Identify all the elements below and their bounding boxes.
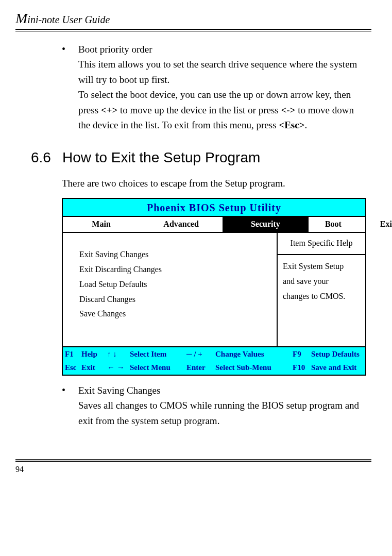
bios-tab-main[interactable]: Main: [63, 217, 140, 232]
bullet-title: Boot priority order: [78, 42, 366, 57]
rule-thin: [15, 459, 371, 460]
bios-body: Exit Saving Changes Exit Discarding Chan…: [63, 233, 365, 347]
bios-menu-item[interactable]: Discard Changes: [79, 292, 271, 307]
key-plus: <+>: [101, 105, 117, 115]
bios-menu-item[interactable]: Load Setup Defaults: [79, 277, 271, 292]
bullet-paragraph: This item allows you to set the search d…: [78, 57, 366, 87]
bios-menu-item[interactable]: Exit Saving Changes: [79, 247, 271, 262]
bullet-paragraph: To select the boot device, you can use t…: [78, 87, 366, 132]
footer-label: Select Sub-Menu: [215, 362, 293, 374]
running-head-text: ini-note User Guide: [27, 14, 110, 25]
footer-label: Exit: [81, 362, 107, 374]
footer-label: Select Menu: [130, 362, 186, 374]
key-minus: <->: [281, 105, 295, 115]
bullet-body: Boot priority order This item allows you…: [78, 42, 366, 133]
bios-tab-boot[interactable]: Boot: [309, 217, 358, 232]
bios-footer-row: F1 Help ↑ ↓ Select Item ─ / + Change Val…: [63, 347, 365, 360]
bios-menu-item[interactable]: Save Changes: [79, 307, 271, 322]
footer-key: ← →: [107, 362, 130, 374]
rule-thin: [15, 31, 371, 31]
bullet-item: • Exit Saving Changes Saves all changes …: [62, 383, 366, 428]
bios-help-body: Exit System Setup and save your changes …: [278, 255, 365, 308]
footer-key: F9: [293, 348, 311, 360]
bullet-dot: •: [62, 383, 69, 428]
footer-key: Enter: [186, 362, 215, 374]
footer-label: Change Values: [215, 348, 293, 360]
page-number: 94: [15, 462, 371, 474]
section-title: How to Exit the Setup Program: [62, 146, 260, 169]
bullet-paragraph: Saves all changes to CMOS while running …: [78, 398, 366, 428]
footer-key: ↑ ↓: [107, 348, 130, 360]
bios-help-heading: Item Specific Help: [278, 233, 365, 255]
rule-thick: [15, 29, 371, 30]
bios-menu: Exit Saving Changes Exit Discarding Chan…: [63, 233, 277, 346]
bios-menu-item[interactable]: Exit Discarding Changes: [79, 262, 271, 277]
bullet-title: Exit Saving Changes: [78, 383, 366, 398]
footer-label: Save and Exit: [311, 362, 363, 374]
bios-footer: F1 Help ↑ ↓ Select Item ─ / + Change Val…: [63, 347, 365, 375]
section-intro: There are two choices to escape from the…: [62, 176, 366, 191]
bullet-item: • Boot priority order This item allows y…: [62, 42, 366, 133]
footer-key: ─ / +: [186, 348, 215, 360]
footer-key: Esc: [65, 362, 81, 374]
bios-tabs: Main Advanced Security Boot Exit: [63, 217, 365, 233]
bios-footer-row: Esc Exit ← → Select Menu Enter Select Su…: [63, 361, 365, 375]
running-head-initial: M: [15, 10, 27, 26]
section-number: 6.6: [31, 146, 51, 169]
bios-tab-exit[interactable]: Exit: [358, 217, 392, 232]
footer-label: Help: [81, 348, 107, 360]
bios-tab-advanced[interactable]: Advanced: [140, 217, 223, 232]
bullet-body: Exit Saving Changes Saves all changes to…: [78, 383, 366, 428]
section-heading: 6.6 How to Exit the Setup Program: [31, 146, 366, 169]
bios-tab-security[interactable]: Security: [223, 217, 309, 232]
footer-key: F1: [65, 348, 81, 360]
bios-help-pane: Item Specific Help Exit System Setup and…: [277, 233, 365, 346]
running-head: Mini-note User Guide: [15, 10, 371, 29]
footer-key: F10: [293, 362, 311, 374]
key-esc: <Esc>: [279, 120, 304, 130]
footer-label: Select Item: [130, 348, 186, 360]
bullet-dot: •: [62, 42, 69, 133]
bios-panel: Phoenix BIOS Setup Utility Main Advanced…: [62, 198, 366, 375]
bios-title: Phoenix BIOS Setup Utility: [63, 199, 365, 217]
footer-label: Setup Defaults: [311, 348, 363, 360]
